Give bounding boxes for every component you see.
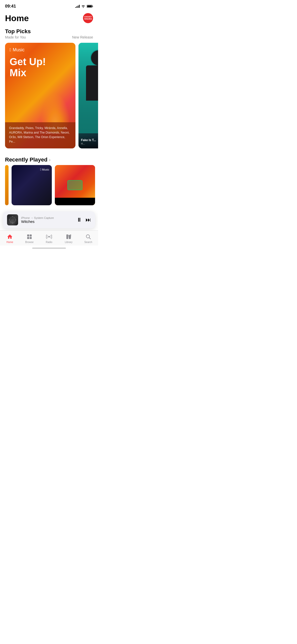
apple-music-logo:  Music — [10, 47, 71, 53]
pause-button[interactable]: ⏸ — [76, 217, 82, 223]
tab-library[interactable]: Library — [59, 233, 78, 245]
svg-rect-9 — [30, 234, 32, 236]
thumb-sunburst — [7, 214, 18, 225]
mini-player-info: iPhone → System Capture Witches — [21, 216, 73, 224]
apple-music-text: Music — [13, 47, 25, 53]
top-picks-scroll[interactable]:  Music Get Up! Mix Grandaddy, Pixies, T… — [0, 40, 98, 152]
recently-played-scroll[interactable]:  Music — [0, 165, 98, 209]
status-time: 09:41 — [5, 4, 16, 9]
featured-card[interactable]:  Music Get Up! Mix Grandaddy, Pixies, T… — [5, 43, 75, 148]
skip-forward-button[interactable]: ⏭ — [86, 217, 91, 223]
page-title: Home — [5, 13, 29, 23]
radio-icon — [46, 234, 52, 240]
search-icon — [85, 234, 91, 240]
person-silhouette — [78, 43, 98, 133]
secondary-card-caption: Fake Is T... H... — [78, 135, 98, 148]
apple-icon:  — [10, 47, 11, 53]
avatar-badge[interactable]: GADGET HACKS — [83, 13, 93, 23]
avatar-brand-bottom: HACKS — [84, 18, 92, 20]
svg-rect-15 — [70, 234, 71, 239]
svg-rect-13 — [66, 234, 68, 239]
tab-browse-label: Browse — [25, 241, 33, 244]
tab-search[interactable]: Search — [78, 233, 98, 245]
home-indicator — [0, 246, 98, 250]
person-body — [86, 65, 98, 101]
page-header: Home GADGET HACKS — [0, 11, 98, 26]
mini-player-controls: ⏸ ⏭ — [76, 217, 91, 223]
apple-music-badge-apple:  — [40, 168, 41, 171]
browse-icon — [26, 234, 32, 240]
green-rect — [67, 180, 82, 190]
tab-library-label: Library — [65, 241, 73, 244]
svg-rect-11 — [30, 237, 32, 239]
mini-player-title: Witches — [21, 219, 73, 224]
wifi-icon — [81, 5, 85, 8]
secondary-card[interactable]: Fake Is T... H... — [78, 43, 98, 148]
svg-rect-8 — [27, 234, 29, 236]
signal-icon — [75, 5, 80, 8]
black-bar — [55, 198, 95, 205]
recent-card-partial[interactable] — [5, 165, 9, 205]
new-release-label: New Release — [72, 35, 93, 39]
library-icon — [66, 234, 72, 240]
mini-player-source: iPhone → System Capture — [21, 216, 73, 219]
home-icon — [7, 234, 13, 240]
tab-radio[interactable]: Radio — [39, 233, 59, 245]
svg-rect-1 — [93, 6, 93, 7]
secondary-card-subtitle: H... — [81, 142, 85, 145]
home-bar — [32, 248, 66, 249]
apple-music-badge:  Music — [40, 168, 49, 171]
featured-card-caption: Grandaddy, Pixies, Tricky, Mirända, Anne… — [5, 122, 75, 148]
tab-bar: Home Browse Radio Library Search — [0, 230, 98, 246]
svg-line-17 — [89, 238, 91, 239]
tab-home[interactable]: Home — [0, 233, 20, 245]
tab-browse[interactable]: Browse — [20, 233, 39, 245]
battery-icon — [87, 5, 93, 8]
recently-played-arrow: › — [49, 157, 51, 163]
top-picks-subtitle-row: Made for You New Release — [5, 35, 93, 39]
recently-played-header[interactable]: Recently Played › — [0, 152, 98, 165]
made-for-you-label: Made for You — [5, 35, 26, 39]
secondary-card-person — [78, 43, 98, 133]
top-picks-title: Top Picks — [5, 28, 93, 35]
top-picks-header: Top Picks Made for You New Release — [0, 26, 98, 40]
svg-rect-10 — [27, 237, 29, 239]
person-head — [91, 50, 98, 65]
mini-player-thumbnail — [7, 214, 18, 225]
recent-card-stars[interactable]:  Music — [12, 165, 52, 205]
featured-card-title: Get Up! Mix — [10, 56, 71, 78]
status-icons — [75, 5, 93, 8]
svg-point-12 — [48, 236, 50, 237]
tab-search-label: Search — [84, 241, 92, 244]
tab-radio-label: Radio — [46, 241, 52, 244]
secondary-card-image: Fake Is T... H... — [78, 43, 98, 148]
status-bar: 09:41 — [0, 0, 98, 11]
mini-player[interactable]: iPhone → System Capture Witches ⏸ ⏭ — [3, 211, 95, 228]
recent-card-orange[interactable] — [55, 165, 95, 205]
svg-rect-2 — [87, 6, 92, 7]
apple-music-badge-text: Music — [42, 168, 49, 171]
recently-played-title: Recently Played — [5, 156, 48, 163]
tab-home-label: Home — [7, 241, 13, 244]
